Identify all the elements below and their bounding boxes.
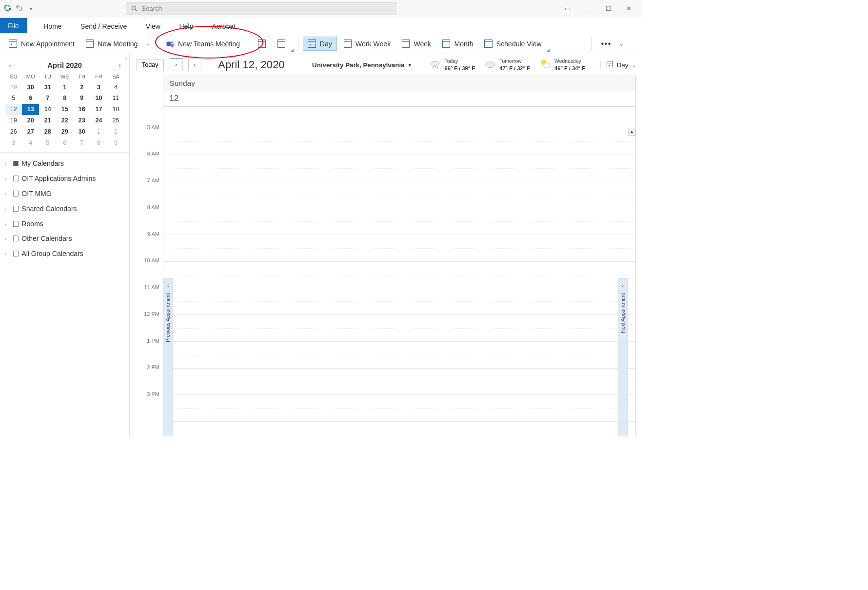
mini-cal-day[interactable]: 14 <box>39 104 56 115</box>
expand-icon[interactable]: › <box>5 251 10 256</box>
mini-cal-day[interactable]: 28 <box>39 126 56 138</box>
calendar-group-item[interactable]: ›My Calendars <box>0 156 129 171</box>
tab-home[interactable]: Home <box>42 20 63 33</box>
hour-slot[interactable] <box>163 155 635 182</box>
day-view-button[interactable]: Day <box>303 37 337 51</box>
checkbox[interactable] <box>13 251 19 256</box>
next-month-icon[interactable]: › <box>118 61 120 69</box>
mini-cal-day[interactable]: 4 <box>107 81 124 93</box>
close-icon[interactable]: ✕ <box>626 5 631 12</box>
checkbox[interactable] <box>13 191 19 197</box>
mini-cal-day[interactable]: 12 <box>5 104 22 115</box>
new-teams-meeting-button[interactable]: New Teams Meeting <box>161 37 244 50</box>
mini-cal-day[interactable]: 2 <box>107 126 124 138</box>
sidebar-collapse-icon[interactable]: ‹ <box>125 55 127 61</box>
calendar-group-item[interactable]: ›Rooms <box>0 216 129 231</box>
checkbox[interactable] <box>13 221 19 227</box>
mini-cal-day[interactable]: 25 <box>107 115 124 126</box>
tab-file[interactable]: File <box>0 18 27 33</box>
week-view-button[interactable]: Week <box>397 37 435 50</box>
mini-cal-day[interactable]: 13 <box>22 104 39 115</box>
new-meeting-button[interactable]: New Meeting <box>81 37 142 50</box>
prev-month-icon[interactable]: ‹ <box>9 61 11 69</box>
location-selector[interactable]: University Park, Pennsylvania ▼ <box>312 61 412 69</box>
mini-cal-day[interactable]: 9 <box>107 137 124 148</box>
weather-item[interactable]: Wednesday46° F / 34° F <box>539 58 585 72</box>
next-appointment-handle[interactable]: › Next Appointment <box>618 278 628 437</box>
view-picker[interactable]: Day ⌄ <box>600 61 636 69</box>
undo-icon[interactable] <box>15 4 23 13</box>
month-view-button[interactable]: Month <box>437 37 477 50</box>
mini-cal-day[interactable]: 24 <box>90 115 107 126</box>
checkbox[interactable] <box>13 236 19 241</box>
mini-cal-day[interactable]: 15 <box>56 104 73 115</box>
search-input[interactable] <box>141 5 391 12</box>
mini-cal-day[interactable]: 30 <box>22 81 39 93</box>
mini-cal-day[interactable]: 20 <box>22 115 39 126</box>
expand-icon[interactable]: › <box>5 236 10 241</box>
hour-slot[interactable] <box>163 288 635 315</box>
mini-cal-day[interactable]: 11 <box>107 93 124 104</box>
tab-acrobat[interactable]: Acrobat <box>211 20 237 33</box>
mini-cal-day[interactable]: 1 <box>56 81 73 93</box>
minimize-icon[interactable]: — <box>585 5 592 12</box>
qat-dropdown-icon[interactable]: ▾ <box>30 6 32 11</box>
mini-cal-day[interactable]: 5 <box>39 137 56 148</box>
goto-button[interactable] <box>253 37 271 50</box>
new-meeting-dropdown-icon[interactable]: ⌄ <box>144 41 153 46</box>
previous-appointment-handle[interactable]: ‹ Previous Appointment <box>163 278 173 437</box>
maximize-icon[interactable]: ☐ <box>606 5 612 12</box>
hour-slot[interactable] <box>163 315 635 342</box>
calendar-group-item[interactable]: ›Other Calendars <box>0 231 129 246</box>
checkbox[interactable] <box>13 161 19 167</box>
all-day-area[interactable] <box>163 107 635 128</box>
day-column[interactable]: Sunday 12 <box>163 76 635 436</box>
next-day-button[interactable]: › <box>188 59 201 72</box>
tab-view[interactable]: View <box>144 20 162 33</box>
expand-icon[interactable]: › <box>5 176 10 181</box>
ribbon-collapse-icon[interactable]: ⌄ <box>619 40 624 47</box>
calendar-group-item[interactable]: ›Shared Calendars <box>0 201 129 216</box>
mini-cal-day[interactable]: 31 <box>39 81 56 93</box>
mini-cal-day[interactable]: 19 <box>5 115 22 126</box>
weather-item[interactable]: Today66° F / 39° F <box>429 58 475 72</box>
hour-slot[interactable] <box>163 369 635 395</box>
mini-cal-day[interactable]: 7 <box>39 93 56 104</box>
scroll-up-icon[interactable]: ▲ <box>628 128 636 136</box>
mini-cal-day[interactable]: 29 <box>5 81 22 93</box>
hour-slot[interactable] <box>163 395 635 422</box>
mini-cal-day[interactable]: 29 <box>56 126 73 138</box>
next-7-days-button[interactable] <box>273 37 290 50</box>
mini-cal-day[interactable]: 10 <box>90 93 107 104</box>
dialog-launcher-icon[interactable]: ◢ <box>291 47 294 52</box>
tab-send-receive[interactable]: Send / Receive <box>79 20 128 33</box>
expand-icon[interactable]: › <box>5 221 10 226</box>
tab-help[interactable]: Help <box>178 20 195 33</box>
hour-slot[interactable] <box>163 235 635 262</box>
mini-cal-day[interactable]: 3 <box>90 81 107 93</box>
mini-cal-day[interactable]: 18 <box>107 104 124 115</box>
weather-item[interactable]: Tomorrow47° F / 32° F <box>484 58 530 72</box>
hour-slot[interactable] <box>163 128 635 155</box>
mini-cal-day[interactable]: 7 <box>73 137 90 148</box>
mini-cal-day[interactable]: 6 <box>56 137 73 148</box>
calendar-group-item[interactable]: ›OIT Applications Admins <box>0 171 129 186</box>
work-week-view-button[interactable]: Work Week <box>339 37 395 50</box>
hour-slot[interactable] <box>163 342 635 369</box>
mini-cal-day[interactable]: 5 <box>5 93 22 104</box>
today-button[interactable]: Today <box>137 59 164 71</box>
mini-cal-day[interactable]: 30 <box>73 126 90 138</box>
mini-cal-day[interactable]: 27 <box>22 126 39 138</box>
new-appointment-button[interactable]: New Appointment <box>4 37 79 50</box>
hour-slot[interactable] <box>163 262 635 289</box>
mini-cal-day[interactable]: 23 <box>73 115 90 126</box>
hour-slot[interactable] <box>163 208 635 235</box>
expand-icon[interactable]: › <box>5 206 10 211</box>
expand-icon[interactable]: › <box>5 191 10 197</box>
checkbox[interactable] <box>13 206 19 212</box>
hour-slot[interactable] <box>163 181 635 208</box>
prev-day-button[interactable]: ‹ <box>170 59 183 72</box>
mini-cal-day[interactable]: 2 <box>73 81 90 93</box>
mini-cal-day[interactable]: 9 <box>73 93 90 104</box>
mini-cal-day[interactable]: 1 <box>90 126 107 138</box>
